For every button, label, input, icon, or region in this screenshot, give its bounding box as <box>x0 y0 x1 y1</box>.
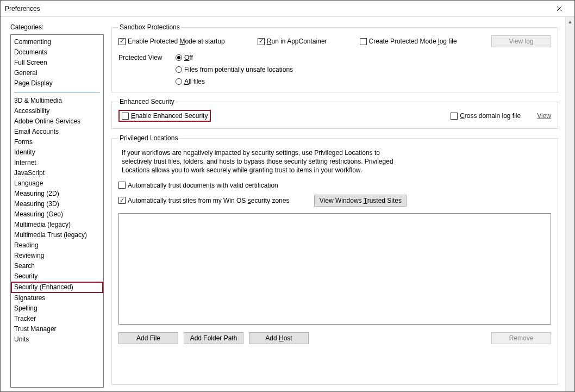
category-item[interactable]: Signatures <box>11 293 103 303</box>
category-item[interactable]: Reviewing <box>11 251 103 261</box>
trusted-locations-list[interactable] <box>118 213 551 325</box>
enable-enhanced-security-checkbox[interactable]: Enable Enhanced Security <box>122 112 208 120</box>
checkbox-icon <box>118 197 126 204</box>
category-item[interactable]: Security <box>11 271 103 282</box>
category-item[interactable]: General <box>11 68 103 78</box>
category-item[interactable]: JavaScript <box>11 168 103 178</box>
category-item[interactable]: Measuring (2D) <box>11 189 103 199</box>
settings-column: Sandbox Protections Enable Protected Mod… <box>111 23 571 385</box>
category-item[interactable]: Internet <box>11 158 103 168</box>
category-item[interactable]: Accessibility <box>11 106 103 116</box>
scroll-up-icon: ▲ <box>566 17 574 26</box>
add-folder-path-button[interactable]: Add Folder Path <box>184 332 243 344</box>
sandbox-protections-group: Sandbox Protections Enable Protected Mod… <box>111 23 558 92</box>
category-divider <box>14 92 100 92</box>
radio-icon <box>176 66 182 73</box>
titlebar: Preferences <box>1 1 574 17</box>
category-item[interactable]: Multimedia Trust (legacy) <box>11 230 103 240</box>
category-item[interactable]: Measuring (Geo) <box>11 209 103 220</box>
close-button[interactable] <box>548 1 570 16</box>
view-log-button[interactable]: View log <box>491 35 551 47</box>
enhanced-legend: Enhanced Security <box>118 98 176 105</box>
view-cross-domain-log-link[interactable]: View <box>537 112 551 120</box>
privileged-locations-group: Privileged Locations If your workflows a… <box>111 134 558 385</box>
checkbox-icon <box>258 38 265 45</box>
category-item[interactable]: Full Screen <box>11 58 103 68</box>
radio-icon <box>176 78 182 85</box>
run-in-appcontainer-checkbox[interactable]: Run in AppContainer <box>258 38 327 45</box>
auto-trust-cert-checkbox[interactable]: Automatically trust documents with valid… <box>118 182 551 189</box>
category-item[interactable]: Page Display <box>11 78 103 89</box>
category-item[interactable]: Commenting <box>11 37 103 47</box>
view-trusted-sites-button[interactable]: View Windows Trusted Sites <box>314 195 407 207</box>
preferences-window: Preferences Categories: CommentingDocume… <box>0 0 575 392</box>
category-item[interactable]: Measuring (3D) <box>11 199 103 209</box>
checkbox-icon <box>122 113 129 120</box>
checkbox-icon <box>451 113 458 120</box>
category-item[interactable]: 3D & Multimedia <box>11 96 103 106</box>
category-item[interactable]: Units <box>11 334 103 345</box>
add-host-button[interactable]: Add Host <box>249 332 309 344</box>
protected-view-unsafe-radio[interactable]: Files from potentially unsafe locations <box>176 66 293 73</box>
category-item[interactable]: Language <box>11 178 103 189</box>
remove-button[interactable]: Remove <box>491 332 551 344</box>
radio-icon <box>176 54 182 61</box>
checkbox-icon <box>118 38 126 45</box>
vertical-scrollbar[interactable]: ▲ <box>565 17 574 391</box>
auto-trust-sites-checkbox[interactable]: Automatically trust sites from my Win OS… <box>118 197 289 204</box>
protected-view-all-radio[interactable]: All files <box>176 78 293 85</box>
window-title: Preferences <box>5 5 548 13</box>
privileged-description: If your workflows are negatively impacte… <box>122 148 404 175</box>
category-item[interactable]: Multimedia (legacy) <box>11 220 103 230</box>
category-item[interactable]: Tracker <box>11 314 103 324</box>
checkbox-icon <box>360 38 367 45</box>
dialog-body: Categories: CommentingDocumentsFull Scre… <box>1 17 574 391</box>
category-item[interactable]: Email Accounts <box>11 127 103 137</box>
category-item[interactable]: Search <box>11 261 103 271</box>
privileged-legend: Privileged Locations <box>118 134 179 142</box>
create-log-file-checkbox[interactable]: Create Protected Mode log file <box>360 38 457 45</box>
protected-view-off-radio[interactable]: Off <box>176 54 293 61</box>
close-icon <box>557 6 562 11</box>
category-item[interactable]: Adobe Online Services <box>11 116 103 127</box>
category-item[interactable]: Identity <box>11 147 103 158</box>
category-item[interactable]: Reading <box>11 240 103 251</box>
category-item[interactable]: Documents <box>11 47 103 58</box>
categories-label: Categories: <box>10 23 104 31</box>
add-file-button[interactable]: Add File <box>118 332 178 344</box>
categories-list[interactable]: CommentingDocumentsFull ScreenGeneralPag… <box>10 34 104 388</box>
category-item[interactable]: Forms <box>11 137 103 147</box>
category-item[interactable]: Spelling <box>11 303 103 314</box>
enhanced-security-group: Enhanced Security Enable Enhanced Securi… <box>111 98 558 129</box>
cross-domain-log-checkbox[interactable]: Cross domain log file <box>451 112 521 120</box>
categories-column: Categories: CommentingDocumentsFull Scre… <box>10 23 104 385</box>
checkbox-icon <box>118 182 126 189</box>
category-item[interactable]: Trust Manager <box>11 324 103 334</box>
sandbox-legend: Sandbox Protections <box>118 23 181 31</box>
category-item-selected[interactable]: Security (Enhanced) <box>11 282 103 293</box>
enable-protected-mode-checkbox[interactable]: Enable Protected Mode at startup <box>118 38 225 45</box>
protected-view-label: Protected View <box>118 54 165 85</box>
